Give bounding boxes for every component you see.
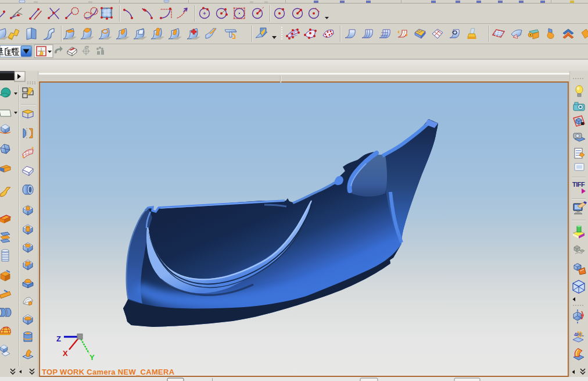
svg-text:Y: Y xyxy=(89,353,95,362)
svg-text:Z: Z xyxy=(56,334,61,343)
svg-text:TIFF: TIFF xyxy=(572,181,585,188)
svg-text:X: X xyxy=(63,349,68,358)
